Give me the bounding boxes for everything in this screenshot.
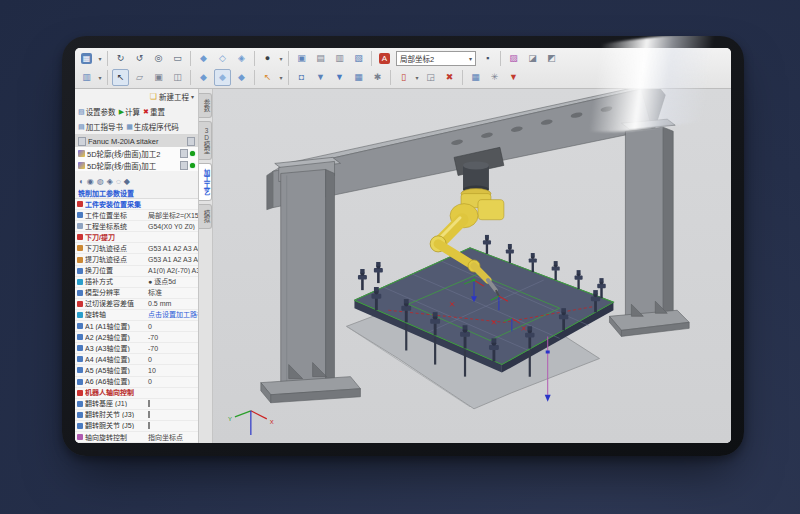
select-arrow-icon[interactable]: ↖ (112, 69, 129, 86)
tool-page-icon[interactable]: ◉ (87, 177, 94, 186)
property-value[interactable]: 局部坐标2=(X1544.582 (147, 212, 198, 219)
pdf-export-icon[interactable]: A (376, 50, 393, 67)
calculate-button[interactable]: ▶计算 (119, 106, 140, 117)
work-instruction-button[interactable]: ▤加工指导书 (78, 121, 123, 132)
property-value[interactable]: 0.5 mm (147, 300, 198, 307)
dropdown-caret[interactable]: ▾ (96, 55, 104, 62)
pdf-close-icon[interactable]: ✖ (441, 69, 458, 86)
property-row: 提刀轨迹径点G53 A1 A2 A3 A4 A5 A (75, 254, 198, 265)
toolpath-list-icon[interactable]: ▦ (350, 69, 367, 86)
toolbar-separator (107, 51, 108, 66)
panel-tab-inactive[interactable]: 参数 (199, 93, 212, 118)
property-row: 翻转基座 (J1) (75, 399, 198, 410)
property-checkbox[interactable] (148, 400, 150, 407)
property-icon (77, 279, 83, 285)
machine-page-icon[interactable]: ◆ (124, 177, 130, 186)
filter-red-icon[interactable]: ▼ (505, 69, 522, 86)
property-label: 模型分辨率 (85, 289, 147, 296)
tree-item-operation[interactable]: 5D轮廓(线/曲面)加工2 (75, 147, 198, 159)
panel-tab-inactive[interactable]: 模拟 (199, 204, 212, 229)
property-label: 翻转肘关节 (J3) (85, 411, 147, 418)
dropdown-caret[interactable]: ▾ (413, 74, 421, 81)
texture-icon[interactable]: ▨ (505, 50, 522, 67)
new-project-button[interactable]: 新建工程 (159, 91, 189, 102)
screenshot-icon[interactable]: ▦ (467, 69, 484, 86)
viewport-3d[interactable]: Y X (213, 89, 731, 443)
property-label: 工件位置坐标 (85, 212, 147, 219)
dropdown-caret[interactable]: ▾ (277, 74, 285, 81)
fixture-setup-icon[interactable]: ▥ (331, 50, 348, 67)
report-template-icon[interactable]: ◲ (422, 69, 439, 86)
wireframe-view-icon[interactable]: ◇ (214, 50, 231, 67)
coord-system-select[interactable]: 局部坐标2▾ (396, 51, 476, 66)
scene-preview-icon[interactable]: ◩ (543, 50, 560, 67)
dropdown-caret[interactable]: ▾ (277, 55, 285, 62)
hidden-line-view-icon[interactable]: ◈ (233, 50, 250, 67)
filter-toolpath-icon[interactable]: ▼ (312, 69, 329, 86)
shaded-view-icon[interactable]: ◆ (195, 50, 212, 67)
orbit-icon[interactable]: ↻ (112, 50, 129, 67)
property-row: A5 (A5轴位置)10 (75, 365, 198, 376)
reset-button[interactable]: ✖重置 (143, 106, 165, 117)
new-project-caret[interactable]: ▾ (191, 93, 194, 100)
render-mode-icon[interactable]: ● (259, 50, 276, 67)
property-icon (77, 345, 83, 351)
main-toolbar: ▦▾↻↺◎▭◆◇◈●▾▣▤▥▧A局部坐标2▾▪▨◪◩ ▥▾↖▱▣◫◆◆◆↖▾◘▼… (75, 48, 731, 89)
zoom-icon[interactable]: ◎ (150, 50, 167, 67)
property-value[interactable]: 标准 (147, 289, 198, 296)
measure-icon[interactable]: ◫ (169, 69, 186, 86)
diagram-icon[interactable]: ✳ (486, 69, 503, 86)
panel-tab-inactive[interactable]: 3D模型 (199, 121, 212, 160)
property-value[interactable]: A1(0) A2(-70) A3(-70) (147, 267, 198, 274)
panel-tab-active[interactable]: 加工工艺 (199, 163, 212, 201)
pick-point-icon[interactable]: ↖ (259, 69, 276, 86)
rotate-view-icon[interactable]: ↺ (131, 50, 148, 67)
strategy-page-icon[interactable]: ◈ (107, 177, 113, 186)
zoom-window-icon[interactable]: ▭ (169, 50, 186, 67)
generate-code-button[interactable]: ▦生成程序代码 (126, 121, 179, 132)
tool-setup-icon[interactable]: ▧ (350, 50, 367, 67)
part-view-icon[interactable]: ◆ (195, 69, 212, 86)
property-value[interactable]: 点击设置加工路径刀轴控制 (147, 311, 198, 318)
property-value[interactable]: 0 (147, 323, 198, 330)
link-page-icon[interactable]: ◌ (116, 177, 121, 186)
property-value[interactable]: ● 逐点5d (147, 278, 198, 285)
property-value[interactable]: -70 (147, 334, 198, 341)
snapshot-icon[interactable]: ◪ (524, 50, 541, 67)
property-row: 翻转腕关节 (J5) (75, 421, 198, 432)
geometry-page-icon[interactable]: ◍ (97, 177, 104, 186)
box-select-icon[interactable]: ▱ (131, 69, 148, 86)
property-value[interactable]: 0 (147, 356, 198, 363)
pdf-report-icon[interactable]: ▯ (395, 69, 412, 86)
set-params-button[interactable]: ▧设置参数 (78, 106, 116, 117)
collision-check-icon[interactable]: ✱ (369, 69, 386, 86)
property-label: 下刀轨迹径点 (85, 245, 147, 252)
machine-view-icon[interactable]: ◆ (233, 69, 250, 86)
property-value[interactable]: G53 A1 A2 A3 A4 A5 A (147, 245, 198, 252)
param-page-icon[interactable]: ◐ (79, 177, 84, 186)
save-icon[interactable]: ▦ (78, 50, 95, 67)
simulate-icon[interactable]: ◘ (293, 69, 310, 86)
toolpath-funnel-icon[interactable]: ▼ (331, 69, 348, 86)
property-value[interactable]: G54(X0 Y0 Z0) (147, 223, 198, 230)
workpiece-setup-icon[interactable]: ▤ (312, 50, 329, 67)
property-value[interactable]: 0 (147, 378, 198, 385)
property-label: 插补方式 (85, 278, 147, 285)
property-checkbox[interactable] (148, 422, 150, 429)
work-instruction-button-label: 加工指导书 (86, 121, 124, 132)
machine-setup-icon[interactable]: ▣ (293, 50, 310, 67)
property-value[interactable]: G53 A1 A2 A3 A4 A5 A (147, 256, 198, 263)
operations-panel: ❏ 新建工程 ▾ ▧设置参数▶计算✖重置 ▤加工指导书▦生成程序代码 Fanuc… (75, 89, 199, 443)
property-value[interactable]: 10 (147, 367, 198, 374)
property-value[interactable]: 指向坐标点 (147, 434, 198, 441)
copy-icon[interactable]: ▣ (150, 69, 167, 86)
property-label: A2 (A2轴位置) (85, 334, 147, 341)
coord-apply-icon[interactable]: ▪ (479, 50, 496, 67)
tree-item-operation[interactable]: 5D轮廓(线/曲面)加工 (75, 159, 198, 171)
property-value[interactable]: -70 (147, 345, 198, 352)
paste-icon[interactable]: ▥ (78, 69, 95, 86)
dropdown-caret[interactable]: ▾ (96, 74, 104, 81)
property-checkbox[interactable] (148, 411, 150, 418)
tree-item-machine[interactable]: Fanuc M-20iA sitaker (75, 135, 198, 147)
workpiece-view-icon[interactable]: ◆ (214, 69, 231, 86)
